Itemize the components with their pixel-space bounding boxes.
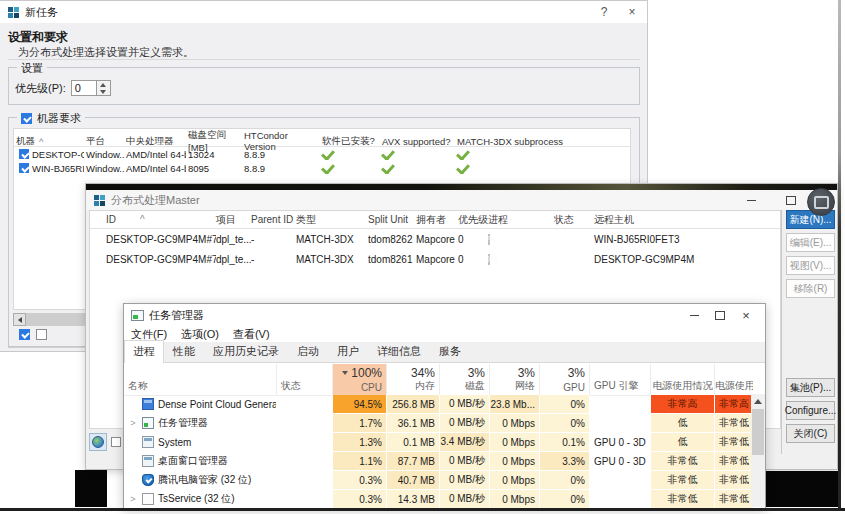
tab-详细信息[interactable]: 详细信息 bbox=[368, 340, 430, 362]
cell-owner: Mapcore bbox=[416, 254, 458, 265]
cell-status bbox=[276, 395, 332, 414]
col-installed[interactable]: 软件已安装? bbox=[320, 135, 380, 148]
col-priority[interactable]: 优先级 bbox=[458, 213, 488, 227]
col-name[interactable]: 名称 bbox=[124, 364, 276, 395]
col-disk[interactable]: 3% 磁盘 bbox=[439, 364, 489, 395]
priority-spinner[interactable] bbox=[97, 80, 111, 96]
job-row[interactable]: DESKTOP-GC9MP4M#70.0dpl_te...-MATCH-3DXt… bbox=[90, 229, 780, 249]
master-titlebar: 分布式处理Master bbox=[86, 190, 837, 210]
col-project[interactable]: 项目 bbox=[216, 213, 251, 227]
scroll-up-icon[interactable] bbox=[751, 394, 765, 408]
cell-id: DESKTOP-GC9MP4M#70.1 bbox=[98, 254, 216, 265]
col-avx[interactable]: AVX supported? bbox=[380, 136, 455, 147]
edit-button[interactable]: 编辑(E)... bbox=[786, 233, 835, 252]
col-cpu[interactable]: 中央处理器 bbox=[124, 135, 186, 148]
cell-htcondor: 8.8.9 bbox=[242, 163, 320, 174]
col-progress[interactable]: 进程 bbox=[488, 213, 554, 227]
col-parent-id[interactable]: Parent ID bbox=[251, 214, 296, 225]
col-match3dx[interactable]: MATCH-3DX subprocess bbox=[455, 136, 630, 147]
tab-应用历史记录[interactable]: 应用历史记录 bbox=[204, 340, 288, 362]
process-row[interactable]: System1.3%0.1 MB3.4 MB/秒0 Mbps0.1%GPU 0 … bbox=[124, 433, 753, 452]
process-row[interactable]: 腾讯电脑管家 (32 位)0.3%40.7 MB0 MB/秒0 Mbps0%非常… bbox=[124, 471, 753, 490]
process-row[interactable]: >TsService (32 位)0.3%14.3 MB0 MB/秒0 Mbps… bbox=[124, 490, 753, 509]
spinner-up-icon[interactable] bbox=[97, 81, 110, 88]
cell-project: dpl_te... bbox=[216, 234, 251, 245]
screen-recorder-bubble-icon[interactable] bbox=[807, 188, 835, 216]
jobs-header[interactable]: ID ^ 项目 Parent ID 类型 Split Unit 拥有者 优先级 … bbox=[90, 211, 780, 229]
machine-row[interactable]: WIN-BJ65RI0...Window...AMD/Intel 64-b...… bbox=[14, 161, 630, 175]
col-gpu[interactable]: 3% GPU bbox=[539, 364, 589, 395]
col-memory[interactable]: 34% 内存 bbox=[386, 364, 439, 395]
cell-platform: Window... bbox=[84, 149, 124, 160]
footer-checkbox-checked[interactable] bbox=[19, 329, 30, 340]
job-row[interactable]: DESKTOP-GC9MP4M#70.1dpl_te...-MATCH-3DXt… bbox=[90, 249, 780, 269]
col-cpu[interactable]: 100% CPU bbox=[332, 364, 386, 395]
maximize-icon[interactable] bbox=[778, 191, 804, 209]
col-machine[interactable]: 机器 ^ bbox=[14, 135, 84, 148]
col-id[interactable]: ID ^ bbox=[98, 214, 216, 225]
cell-name: >任务管理器 bbox=[124, 414, 276, 433]
machine-checkbox[interactable] bbox=[19, 163, 29, 173]
col-owner[interactable]: 拥有者 bbox=[416, 213, 458, 227]
priority-row: 优先级(P): 0 bbox=[15, 80, 111, 96]
col-gpu-engine[interactable]: GPU 引擎 bbox=[589, 364, 650, 395]
spinner-down-icon[interactable] bbox=[97, 88, 110, 95]
panel-separator bbox=[781, 210, 782, 454]
process-name: System bbox=[158, 437, 191, 448]
scroll-left-icon[interactable] bbox=[13, 313, 26, 326]
scrollbar-thumb[interactable] bbox=[752, 409, 764, 455]
close-icon[interactable]: × bbox=[621, 4, 643, 20]
globe-icon bbox=[92, 436, 104, 448]
cell-status bbox=[276, 433, 332, 452]
pool-button[interactable]: 集池(P)... bbox=[786, 378, 835, 397]
process-row[interactable]: 桌面窗口管理器1.1%87.7 MB0 MB/秒0 Mbps3.3%GPU 0 … bbox=[124, 452, 753, 471]
view-button[interactable]: 视图(V)... bbox=[786, 256, 835, 275]
col-power[interactable]: 电源使用情况 bbox=[650, 364, 714, 395]
process-row[interactable]: >任务管理器1.7%36.1 MB0 MB/秒0 Mbps0%低非常低 bbox=[124, 414, 753, 433]
col-status[interactable]: 状态 bbox=[276, 364, 332, 395]
process-name: 腾讯电脑管家 (32 位) bbox=[158, 473, 251, 487]
network-globe-toggle[interactable] bbox=[89, 433, 107, 451]
machine-table-header[interactable]: 机器 ^ 平台 中央处理器 磁盘空间[MB] HTCondor Version … bbox=[14, 129, 630, 147]
cell-power-trend: 非常低 bbox=[714, 414, 753, 433]
heading-divider bbox=[8, 59, 640, 60]
app-logo-icon bbox=[8, 7, 19, 18]
tab-进程[interactable]: 进程 bbox=[124, 340, 164, 363]
help-icon[interactable]: ? bbox=[593, 4, 615, 20]
footer-checkbox-unchecked[interactable] bbox=[36, 329, 47, 340]
machine-requirements-checkbox[interactable] bbox=[21, 113, 32, 124]
tab-服务[interactable]: 服务 bbox=[430, 340, 470, 362]
tab-启动[interactable]: 启动 bbox=[288, 340, 328, 362]
chevron-expand-icon[interactable]: > bbox=[128, 418, 138, 428]
statusbar-checkbox[interactable] bbox=[111, 437, 121, 447]
col-network[interactable]: 3% 网络 bbox=[489, 364, 539, 395]
process-row[interactable]: Dense Point Cloud Generation94.5%256.8 M… bbox=[124, 395, 753, 414]
col-remote-host[interactable]: 远程主机 bbox=[594, 213, 780, 227]
machine-checkbox[interactable] bbox=[19, 149, 29, 159]
col-split-unit[interactable]: Split Unit bbox=[368, 214, 416, 225]
col-power-trend[interactable]: 电源使用情... bbox=[714, 364, 753, 395]
sort-desc-icon bbox=[342, 371, 348, 375]
close-button[interactable]: 关闭(C) bbox=[786, 424, 835, 443]
machine-name: WIN-BJ65RI0... bbox=[32, 163, 84, 174]
sort-asc-icon: ^ bbox=[140, 214, 145, 225]
col-status[interactable]: 状态 bbox=[554, 213, 594, 227]
tab-用户[interactable]: 用户 bbox=[328, 340, 368, 362]
col-type[interactable]: 类型 bbox=[296, 213, 368, 227]
configure-button[interactable]: Configure... bbox=[786, 401, 835, 420]
cell-name: >TsService (32 位) bbox=[124, 490, 276, 509]
close-icon[interactable]: × bbox=[733, 306, 759, 324]
minimize-icon[interactable] bbox=[681, 306, 707, 324]
minimize-icon[interactable] bbox=[738, 191, 764, 209]
chevron-expand-icon[interactable]: > bbox=[128, 494, 138, 504]
machine-row[interactable]: DESKTOP-G...Window...AMD/Intel 64-b...13… bbox=[14, 147, 630, 161]
remove-button[interactable]: 移除(R) bbox=[786, 279, 835, 298]
col-platform[interactable]: 平台 bbox=[84, 135, 124, 148]
maximize-icon[interactable] bbox=[707, 306, 733, 324]
cell-power-trend: 非常低 bbox=[714, 490, 753, 509]
taskmgr-vscrollbar[interactable] bbox=[751, 394, 765, 507]
priority-input[interactable]: 0 bbox=[71, 80, 97, 96]
check-icon bbox=[321, 149, 335, 160]
cell-power-trend: 非常低 bbox=[714, 471, 753, 490]
tab-性能[interactable]: 性能 bbox=[164, 340, 204, 362]
